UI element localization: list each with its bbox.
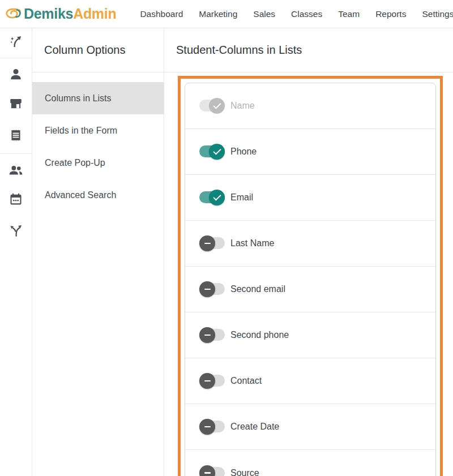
toggle-thumb-icon <box>199 419 215 435</box>
page-title: Student-Columns in Lists <box>164 28 453 72</box>
toggle-label: Create Date <box>230 422 279 432</box>
sidebar-item-label: Create Pop-Up <box>45 158 105 168</box>
nav-item[interactable]: Reports <box>375 9 406 19</box>
toggle-switch[interactable] <box>199 235 225 251</box>
icon-rail <box>0 28 32 476</box>
brand-name-primary: Demiks <box>24 6 73 22</box>
toggle-switch[interactable] <box>199 190 225 205</box>
rail-item[interactable] <box>0 156 32 183</box>
toggle-row: Second email <box>185 267 435 312</box>
sidebar-item[interactable]: Create Pop-Up <box>32 147 164 179</box>
toggle-row: Second phone <box>185 312 435 358</box>
toggle-label: Email <box>230 192 253 203</box>
nav-item[interactable]: Settings <box>422 9 453 19</box>
rail-divider <box>0 153 32 154</box>
toggle-label: Last Name <box>230 238 274 248</box>
toggle-list-card: Name Phone <box>185 83 436 476</box>
toggle-row: Source <box>185 450 435 476</box>
toggle-label: Phone <box>230 147 257 157</box>
toggle-switch[interactable] <box>199 465 225 476</box>
column-options-sidebar: Column Options Columns in Lists Fields i… <box>32 28 164 476</box>
sidebar-item[interactable]: Fields in the Form <box>32 114 164 147</box>
toggle-thumb-icon <box>199 327 215 343</box>
nav-item[interactable]: Sales <box>253 9 275 19</box>
nav-item[interactable]: Classes <box>291 9 322 19</box>
highlighted-options-box: Name Phone <box>178 76 443 476</box>
toggle-switch[interactable] <box>199 373 225 389</box>
sidebar-menu: Columns in Lists Fields in the Form Crea… <box>32 72 164 211</box>
toggle-row: Create Date <box>185 404 435 450</box>
sidebar-item-label: Advanced Search <box>45 190 116 200</box>
rail-item[interactable] <box>0 88 32 119</box>
brand-name-secondary: Admin <box>73 6 116 22</box>
toggle-row: Email <box>185 175 435 221</box>
toggle-thumb-icon <box>209 98 225 114</box>
toggle-thumb-icon <box>199 235 215 251</box>
toggle-label: Second phone <box>230 330 289 340</box>
toggle-row: Contact <box>185 358 435 404</box>
brand-logo[interactable]: DemiksAdmin <box>5 6 116 22</box>
toggle-thumb-icon <box>209 144 225 160</box>
toggle-switch <box>199 98 225 114</box>
toggle-label: Second email <box>230 284 285 294</box>
magic-arrow-icon <box>8 35 23 49</box>
toggle-switch[interactable] <box>199 144 225 160</box>
storefront-icon <box>8 96 23 111</box>
toggle-switch[interactable] <box>199 281 225 297</box>
toggle-row: Last Name <box>185 221 435 267</box>
nav-item[interactable]: Team <box>338 9 360 19</box>
toggle-row: Phone <box>185 129 435 175</box>
toggle-label: Source <box>230 468 259 476</box>
people-icon <box>8 162 23 177</box>
main-content: Name Phone <box>164 72 453 476</box>
nav-item[interactable]: Marketing <box>199 9 237 19</box>
toggle-thumb-icon <box>199 373 215 389</box>
sidebar-item[interactable]: Advanced Search <box>32 179 164 211</box>
toggle-switch[interactable] <box>199 327 225 343</box>
person-icon <box>8 67 23 82</box>
split-arrows-icon <box>8 224 23 238</box>
rail-item[interactable] <box>0 215 32 247</box>
sidebar-item-label: Fields in the Form <box>45 126 117 136</box>
receipt-icon <box>8 128 23 143</box>
top-navigation-bar: DemiksAdmin Dashboard Marketing Sales Cl… <box>0 0 453 28</box>
sidebar-item-label: Columns in Lists <box>45 93 111 104</box>
main-nav: Dashboard Marketing Sales Classes Team R… <box>124 9 453 19</box>
nav-item[interactable]: Dashboard <box>140 9 183 19</box>
sidebar-item[interactable]: Columns in Lists <box>32 82 164 114</box>
toggle-label: Contact <box>230 376 262 386</box>
rail-item[interactable] <box>0 61 32 88</box>
toggle-switch[interactable] <box>199 419 225 435</box>
sidebar-title: Column Options <box>32 28 164 72</box>
toggle-label: Name <box>230 101 255 111</box>
main-panel: Student-Columns in Lists Name <box>164 28 453 476</box>
rail-item[interactable] <box>0 183 32 215</box>
toggle-thumb-icon <box>209 190 225 205</box>
rail-item[interactable] <box>0 119 32 151</box>
calendar-icon <box>8 192 23 207</box>
toggle-row: Name <box>185 83 435 129</box>
rail-divider <box>0 58 32 58</box>
demiks-logo-icon <box>5 6 23 22</box>
rail-item[interactable] <box>0 28 32 55</box>
toggle-thumb-icon <box>199 281 215 297</box>
